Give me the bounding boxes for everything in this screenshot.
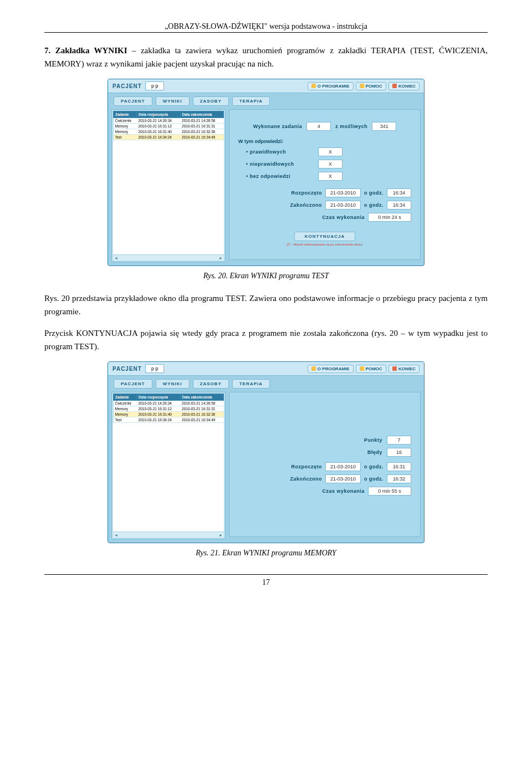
info-icon [311,84,316,88]
cell: Memory [114,406,137,412]
cell: Ćwiczenie [114,118,137,124]
ogodz2-label: o godz. [364,476,383,482]
table-row[interactable]: Memory2010-03-21 16:31:122010-03-21 16:3… [114,406,224,412]
cell: Memory [114,124,137,129]
cell: 2010-03-21 16:34:49 [180,417,223,423]
punkty-label: Punkty [364,437,382,443]
tab-pacjent[interactable]: PACJENT [114,96,152,106]
koniec-label: KONIEC [398,84,416,89]
info-icon [311,366,316,371]
doc-header: „OBRAZY-SŁOWA-DŹWIĘKI" wersja podstawowa… [44,22,488,33]
rozpoczeto-time: 16:34 [387,188,411,197]
tab-pacjent[interactable]: PACJENT [114,379,152,389]
tab-wyniki[interactable]: WYNIKI [156,96,190,106]
horizontal-scrollbar[interactable]: ◄► [113,254,224,261]
cell: Ćwiczenie [114,401,137,406]
prawidlowych-label: • prawidłowych [246,149,318,155]
table-row-selected[interactable]: Test2010-03-21 16:34:242010-03-21 16:34:… [114,135,224,140]
paragraph-3: Przycisk KONTYNUACJA pojawia się wtedy g… [44,326,488,353]
prawidlowych-value: X [318,147,342,156]
pomoc-button[interactable]: POMOC [356,82,386,90]
zakonczono-label: Zakończono [290,476,322,482]
tabs: PACJENT WYNIKI ZASOBY TERAPIA [108,376,424,389]
zakonczono-label: Zakończono [290,202,322,208]
table-row[interactable]: Memory2010-03-21 16:31:122010-03-21 16:3… [114,124,224,129]
cell: Memory [114,129,137,135]
paragraph-2: Rys. 20 przedstawia przykładowe okno dla… [44,292,488,318]
th-start[interactable]: Data rozpoczęcia [137,394,180,401]
ogodz2-label: o godz. [364,202,383,208]
th-start[interactable]: Data rozpoczęcia [137,111,180,118]
wtym-label: W tym odpowiedzi: [238,139,411,144]
czas-label: Czas wykonania [322,215,365,220]
koniec-button[interactable]: KONIEC [388,365,420,373]
rozpoczeto-label: Rozpoczęto [291,464,322,469]
bezodp-label: • bez odpowiedzi [246,173,318,179]
tab-zasoby[interactable]: ZASOBY [193,96,229,106]
chevron-left-icon[interactable]: ◄ [114,533,118,537]
tab-wyniki[interactable]: WYNIKI [156,379,190,389]
koniec-label: KONIEC [398,366,416,371]
tab-terapia[interactable]: TERAPIA [232,379,270,389]
pomoc-label: POMOC [366,84,382,89]
nieprawidlowych-value: X [318,160,342,168]
task-table: Zadanie Data rozpoczęcia Data zakończeni… [113,111,224,140]
oprogramie-button[interactable]: O PROGRAMIE [308,365,354,373]
mozliwych-value: 341 [372,122,396,131]
text: prawidłowych [250,149,287,155]
oprogramie-label: O PROGRAMIE [318,84,350,89]
koniec-button[interactable]: KONIEC [388,82,420,90]
pomoc-button[interactable]: POMOC [356,365,386,373]
czas-value: 0 min 55 s [368,487,411,496]
cell: 2010-03-21 16:31:12 [137,124,180,129]
wykonane-value: 4 [306,122,331,131]
cell: Test [114,135,137,140]
chevron-right-icon[interactable]: ► [219,256,223,260]
cell: 2010-03-21 16:31:40 [137,412,180,417]
zmozliwych-label: z możliwych [335,124,367,129]
details-panel: Punkty 7 Błędy 16 Rozpoczęto 21-03-2010 … [229,392,421,537]
screenshot-wyniki-test: PACJENT p p O PROGRAMIE POMOC KONIEC PAC… [108,79,424,266]
th-end[interactable]: Data zakończenia [180,111,223,118]
chevron-right-icon[interactable]: ► [219,533,223,537]
th-zadanie[interactable]: Zadanie [114,394,137,401]
cell: 2010-03-21 16:34:49 [180,135,223,140]
table-row[interactable]: Memory2010-03-21 16:31:402010-03-21 16:3… [114,129,224,135]
ogodz-label: o godz. [364,464,383,469]
table-row[interactable]: Test2010-03-21 16:34:242010-03-21 16:34:… [114,417,224,423]
task-table: Zadanie Data rozpoczęcia Data zakończeni… [113,394,224,423]
horizontal-scrollbar[interactable]: ◄► [113,532,224,538]
table-row-selected[interactable]: Memory2010-03-21 16:31:402010-03-21 16:3… [114,412,224,417]
text: bez odpowiedzi [250,173,291,179]
screenshot-wyniki-memory: PACJENT p p O PROGRAMIE POMOC KONIEC PAC… [108,361,424,543]
oprogramie-button[interactable]: O PROGRAMIE [308,82,354,90]
th-zadanie[interactable]: Zadanie [114,111,137,118]
page-number: 17 [44,578,488,587]
cell: 2010-03-21 16:31:31 [180,406,223,412]
cell: Test [114,417,137,423]
cell: 2010-03-21 16:31:31 [180,124,223,129]
tab-zasoby[interactable]: ZASOBY [193,379,229,389]
para1-bold: 7. Zakładka WYNIKI [44,46,127,55]
kontynuacja-button[interactable]: KONTYNUACJA [294,232,355,241]
tab-terapia[interactable]: TERAPIA [232,96,270,106]
cell: 2010-03-21 14:26:58 [180,401,223,406]
cell: 2010-03-21 16:31:12 [137,406,180,412]
table-row[interactable]: Ćwiczenie2010-03-21 14:26:342010-03-21 1… [114,401,224,406]
punkty-value: 7 [387,436,411,445]
zakonczono-date: 21-03-2010 [325,201,361,210]
table-row[interactable]: Ćwiczenie2010-03-21 14:26:342010-03-21 1… [114,118,224,124]
close-icon [392,366,397,371]
th-end[interactable]: Data zakończenia [180,394,223,401]
zakonczono-time: 16:34 [387,201,411,210]
cell: 2010-03-21 14:26:58 [180,118,223,124]
bledy-value: 16 [387,448,411,457]
zakonczono-time: 16:32 [387,474,411,483]
list-fill [113,423,224,532]
chevron-left-icon[interactable]: ◄ [114,256,118,260]
rozpoczeto-date: 21-03-2010 [325,462,361,471]
list-fill [113,140,224,254]
tabs: PACJENT WYNIKI ZASOBY TERAPIA [108,93,424,106]
pacjent-label: PACJENT [112,83,142,89]
cell: 2010-03-21 16:31:40 [137,129,180,135]
